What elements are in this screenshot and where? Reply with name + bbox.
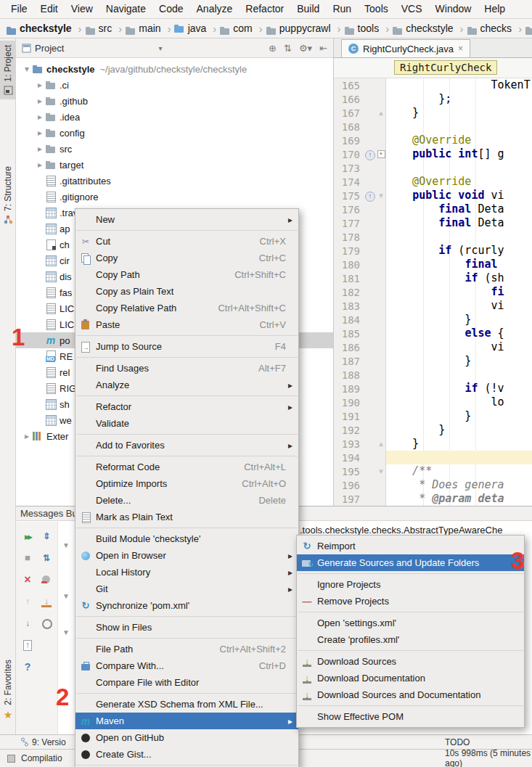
fold-marker-icon[interactable] (376, 439, 386, 448)
context-menu-item[interactable]: Analyze (75, 377, 298, 393)
breadcrumb-item[interactable]: checks (467, 22, 525, 35)
menubar-item[interactable]: Edit (34, 0, 65, 18)
help-icon[interactable] (21, 660, 34, 673)
breadcrumb-item[interactable]: checkstyle (6, 22, 85, 35)
menubar-item[interactable]: Refactor (239, 0, 290, 18)
context-menu-item[interactable]: Reformat Code Ctrl+Alt+L (75, 459, 298, 475)
tray-down-icon[interactable] (40, 595, 53, 608)
rail-tab-favorites[interactable]: 2: Favorites ★ (0, 655, 16, 725)
maven-submenu-item[interactable]: Download Sources and Documentation (297, 686, 524, 703)
tree-expand-arrow-icon[interactable] (35, 128, 45, 138)
context-menu-item[interactable]: Find Usages Alt+F7 (75, 360, 298, 377)
message-expand-arrow-icon[interactable]: ▼ (62, 592, 70, 600)
menubar-item[interactable]: Window (429, 0, 478, 18)
context-menu-item[interactable]: Paste Ctrl+V (75, 316, 298, 333)
menubar-item[interactable]: Build (290, 0, 326, 18)
tree-expand-arrow-icon[interactable] (22, 431, 32, 441)
breadcrumb-item[interactable]: main (125, 22, 173, 35)
tree-item[interactable]: src (16, 141, 333, 157)
breadcrumb-item[interactable]: src (85, 22, 126, 35)
tree-expand-arrow-icon[interactable] (35, 144, 45, 154)
context-menu-item[interactable]: Add to Favorites (75, 437, 298, 454)
maven-submenu-item[interactable]: Download Documentation (297, 670, 524, 686)
collapse-all-icon[interactable] (40, 551, 53, 565)
version-control-button[interactable]: 9: Versio (20, 737, 66, 747)
fold-marker-icon[interactable] (376, 467, 386, 476)
tree-expand-arrow-icon[interactable] (35, 96, 45, 106)
prev-message-icon[interactable] (21, 595, 34, 608)
menubar-item[interactable]: Navigate (99, 0, 152, 18)
maven-submenu-item[interactable]: Open 'settings.xml' (297, 615, 524, 631)
hide-panel-icon[interactable]: ⇤ (319, 43, 327, 54)
context-menu-item[interactable]: Compare File with Editor (75, 674, 298, 691)
close-tab-icon[interactable]: × (458, 44, 463, 54)
blank-icon[interactable] (40, 639, 53, 652)
tree-expand-arrow-icon[interactable] (22, 64, 32, 74)
export-icon[interactable] (21, 639, 34, 652)
rail-tab-structure[interactable]: 7: Structure (0, 162, 16, 229)
menubar-item[interactable]: Tools (358, 0, 395, 18)
pause-output-icon[interactable] (40, 573, 53, 586)
context-menu-item[interactable]: Copy Path Ctrl+Shift+C (75, 266, 298, 283)
menubar-item[interactable]: View (65, 0, 99, 18)
context-menu-item[interactable]: File Path Ctrl+Alt+Shift+2 (75, 641, 298, 657)
maven-submenu-item[interactable]: Ignore Projects (297, 576, 524, 593)
message-expand-arrow-icon[interactable]: ▼ (62, 541, 70, 549)
maven-submenu-item[interactable]: Create 'profiles.xml' (297, 631, 524, 648)
context-menu-item[interactable]: Maven (75, 713, 298, 729)
context-menu-item[interactable]: Show in Files (75, 619, 298, 636)
next-message-icon[interactable] (21, 617, 34, 630)
expand-all-icon[interactable] (40, 530, 53, 543)
editor-tab[interactable]: C RightCurlyCheck.java × (341, 39, 470, 57)
tree-expand-arrow-icon[interactable] (35, 80, 45, 90)
settings-gear-icon[interactable]: ⚙▾ (299, 43, 312, 54)
menubar-item[interactable]: VCS (395, 0, 429, 18)
context-menu-item[interactable]: New (75, 211, 298, 228)
tree-item[interactable]: .gitignore (16, 189, 333, 205)
context-menu-item[interactable]: Cut Ctrl+X (75, 233, 298, 250)
menubar-item[interactable]: File (4, 0, 34, 18)
context-menu-item[interactable]: Generate XSD Schema from XML File... (75, 696, 298, 713)
code-viewport[interactable]: 165 TokenT 166 }; 167 (334, 78, 532, 506)
context-menu-item[interactable]: Validate (75, 415, 298, 432)
menubar-item[interactable]: Run (326, 0, 358, 18)
menubar-item[interactable]: Code (152, 0, 189, 18)
context-menu-item[interactable]: Copy as Plain Text (75, 283, 298, 300)
context-menu-item[interactable]: Create Gist... (75, 746, 298, 763)
context-menu-item[interactable]: Build Module 'checkstyle' (75, 530, 298, 547)
tree-item[interactable]: .gitattributes (16, 173, 333, 189)
todo-button[interactable]: TODO (445, 737, 470, 747)
maven-submenu-item[interactable]: Generate Sources and Update Folders (297, 554, 524, 571)
breadcrumb-item[interactable]: java (174, 22, 220, 35)
stop-icon[interactable] (21, 551, 34, 565)
maven-submenu-item[interactable]: Remove Projects (297, 593, 524, 610)
fold-marker-icon[interactable] (376, 191, 386, 200)
locate-icon[interactable]: ⊕ (269, 43, 277, 54)
maven-submenu-item[interactable]: Reimport (297, 538, 524, 554)
context-menu-item[interactable]: Open on GitHub (75, 729, 298, 746)
breadcrumb-item[interactable]: com (219, 22, 265, 35)
context-menu-item[interactable]: Copy Relative Path Ctrl+Alt+Shift+C (75, 300, 298, 316)
menubar-item[interactable]: Analyze (190, 0, 240, 18)
breadcrumb-item[interactable]: tools (344, 22, 393, 35)
breadcrumb-item[interactable]: puppycrawl (266, 22, 344, 35)
context-menu-item[interactable]: Jump to Source F4 (75, 338, 298, 355)
maven-submenu-item[interactable]: Show Effective POM (297, 708, 524, 725)
override-gutter-icon[interactable] (364, 189, 376, 202)
tree-item[interactable]: target (16, 157, 333, 173)
message-expand-arrow-icon[interactable]: ▼ (62, 628, 70, 636)
context-menu-item[interactable]: Open in Browser (75, 547, 298, 564)
chevron-down-icon[interactable]: ▾ (158, 44, 162, 52)
tree-expand-arrow-icon[interactable] (35, 160, 45, 170)
override-gutter-icon[interactable] (364, 148, 376, 160)
tree-item[interactable]: .github (16, 93, 333, 109)
menubar-item[interactable]: Help (478, 0, 512, 18)
tree-item[interactable]: .ci (16, 77, 333, 93)
context-menu-item[interactable]: Local History (75, 564, 298, 581)
context-menu-item[interactable]: Compare With... Ctrl+D (75, 657, 298, 674)
context-menu-item[interactable]: Mark as Plain Text (75, 509, 298, 525)
tree-item[interactable]: checkstyle ~/java/github/checkstyle/chec… (16, 61, 333, 77)
rail-tab-project[interactable]: 1: Project (0, 41, 16, 99)
fold-marker-icon[interactable] (376, 108, 386, 118)
fold-marker-icon[interactable] (376, 150, 386, 158)
